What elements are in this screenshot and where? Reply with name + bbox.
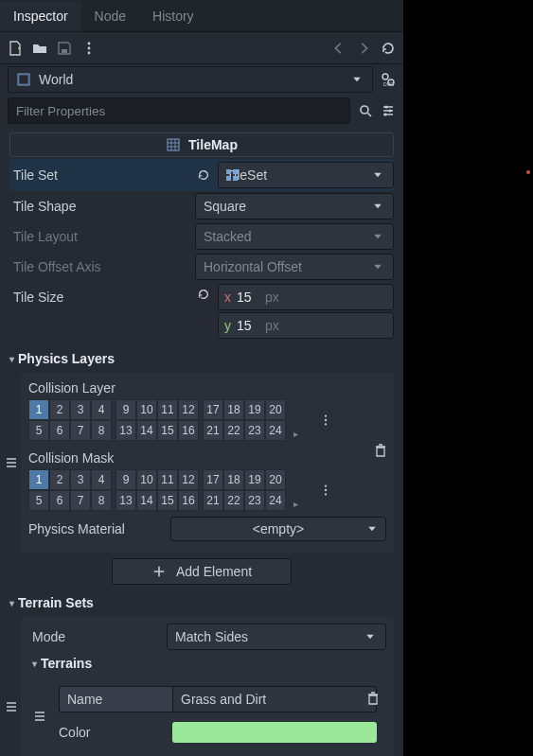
svg-rect-17 xyxy=(233,176,238,181)
layer-bit-19[interactable]: 19 xyxy=(244,469,265,490)
tileset-resource-field[interactable]: TileSet xyxy=(218,162,394,188)
delete-element-icon[interactable] xyxy=(365,691,381,706)
search-icon[interactable] xyxy=(358,103,373,118)
physics-material-field[interactable]: <empty> xyxy=(170,517,386,541)
layer-bit-17[interactable]: 17 xyxy=(203,469,223,490)
tile-size-y-input[interactable]: y 15 px xyxy=(218,312,394,339)
history-back-icon[interactable] xyxy=(331,41,346,56)
layer-bit-12[interactable]: 12 xyxy=(178,469,199,490)
terrain-name-input[interactable]: Grass and Dirt xyxy=(172,686,377,712)
layer-bit-3[interactable]: 3 xyxy=(70,469,91,490)
layer-bit-2[interactable]: 2 xyxy=(49,469,70,490)
svg-point-11 xyxy=(389,110,392,113)
filter-properties-input[interactable] xyxy=(8,97,350,124)
tab-inspector[interactable]: Inspector xyxy=(0,1,81,31)
kebab-menu-icon[interactable] xyxy=(317,413,334,427)
tilemap-icon xyxy=(166,137,181,152)
reset-icon[interactable] xyxy=(195,167,212,183)
layer-bit-24[interactable]: 24 xyxy=(265,420,286,441)
group-terrain-sets: ▾ Terrain Sets Mode Match Sides xyxy=(9,590,394,756)
layer-bit-10[interactable]: 10 xyxy=(136,469,157,490)
layer-bit-1[interactable]: 1 xyxy=(28,469,49,490)
layer-bit-23[interactable]: 23 xyxy=(244,420,265,441)
layer-bit-12[interactable]: 12 xyxy=(178,399,199,420)
tile-shape-select[interactable]: Square xyxy=(195,193,394,220)
layer-bit-1[interactable]: 1 xyxy=(28,399,49,420)
reset-icon[interactable] xyxy=(195,284,212,299)
layer-bit-24[interactable]: 24 xyxy=(265,490,286,511)
layer-bit-19[interactable]: 19 xyxy=(244,399,265,420)
layer-bit-13[interactable]: 13 xyxy=(115,490,136,511)
layer-bit-13[interactable]: 13 xyxy=(115,420,136,441)
chevron-down-icon xyxy=(364,521,380,536)
layer-bit-22[interactable]: 22 xyxy=(223,420,244,441)
terrain-color-swatch[interactable] xyxy=(172,722,377,743)
layer-bit-7[interactable]: 7 xyxy=(70,420,91,441)
layer-bit-15[interactable]: 15 xyxy=(157,420,178,441)
open-folder-icon[interactable] xyxy=(32,41,47,56)
collision-layer-label: Collision Layer xyxy=(28,380,386,396)
new-resource-icon[interactable] xyxy=(8,41,23,56)
tile-size-x-input[interactable]: x 15 px xyxy=(218,284,394,310)
chevron-down-icon xyxy=(370,199,385,214)
layer-bit-20[interactable]: 20 xyxy=(265,469,286,490)
object-select[interactable]: World xyxy=(8,66,373,93)
layer-bit-20[interactable]: 20 xyxy=(265,399,286,420)
svg-rect-13 xyxy=(168,139,179,150)
drag-handle-icon[interactable] xyxy=(4,455,19,470)
layer-bit-11[interactable]: 11 xyxy=(157,469,178,490)
layer-bit-21[interactable]: 21 xyxy=(203,420,223,441)
physics-material-value: <empty> xyxy=(253,521,304,536)
layer-bit-18[interactable]: 18 xyxy=(223,469,244,490)
layer-bit-3[interactable]: 3 xyxy=(70,399,91,420)
drag-handle-icon[interactable] xyxy=(32,709,47,724)
layer-bit-8[interactable]: 8 xyxy=(91,490,112,511)
layer-bit-6[interactable]: 6 xyxy=(49,490,70,511)
layer-bit-5[interactable]: 5 xyxy=(28,420,49,441)
layer-bit-16[interactable]: 16 xyxy=(178,420,199,441)
viewport-marker xyxy=(526,170,530,174)
layer-bit-5[interactable]: 5 xyxy=(28,490,49,511)
terrain-mode-select[interactable]: Match Sides xyxy=(167,624,386,650)
group-toggle-physics-layers[interactable]: ▾ Physics Layers xyxy=(9,346,394,371)
layer-bit-14[interactable]: 14 xyxy=(136,490,157,511)
expand-bits-icon[interactable]: ▸ xyxy=(293,499,298,511)
kebab-menu-icon[interactable] xyxy=(81,41,97,56)
layer-bit-16[interactable]: 16 xyxy=(178,490,199,511)
layer-bit-22[interactable]: 22 xyxy=(223,490,244,511)
group-toggle-terrains[interactable]: ▾ Terrains xyxy=(32,651,386,676)
class-section-tilemap[interactable]: TileMap xyxy=(9,132,394,157)
layer-bit-8[interactable]: 8 xyxy=(91,420,112,441)
layer-bit-21[interactable]: 21 xyxy=(203,490,223,511)
open-docs-icon[interactable]: DOC xyxy=(381,72,396,87)
history-forward-icon[interactable] xyxy=(356,41,371,56)
layer-bit-6[interactable]: 6 xyxy=(49,420,70,441)
save-icon[interactable] xyxy=(57,41,72,56)
layer-bit-23[interactable]: 23 xyxy=(244,490,265,511)
kebab-menu-icon[interactable] xyxy=(317,483,334,497)
layer-bit-4[interactable]: 4 xyxy=(91,469,112,490)
layer-bit-9[interactable]: 9 xyxy=(115,399,136,420)
group-toggle-terrain-sets[interactable]: ▾ Terrain Sets xyxy=(9,590,394,615)
layer-bit-2[interactable]: 2 xyxy=(49,399,70,420)
reload-history-icon[interactable] xyxy=(381,41,396,56)
group-physics-layers: ▾ Physics Layers Collision Layer 1234910… xyxy=(9,346,394,585)
add-physics-layer-button[interactable]: Add Element xyxy=(112,558,292,585)
layer-bit-9[interactable]: 9 xyxy=(115,469,136,490)
layer-bit-14[interactable]: 14 xyxy=(136,420,157,441)
tab-history[interactable]: History xyxy=(139,1,207,31)
layer-bit-18[interactable]: 18 xyxy=(223,399,244,420)
filter-settings-icon[interactable] xyxy=(381,103,396,118)
layer-bit-4[interactable]: 4 xyxy=(91,399,112,420)
delete-element-icon[interactable] xyxy=(373,443,388,458)
drag-handle-icon[interactable] xyxy=(4,699,19,714)
layer-bit-15[interactable]: 15 xyxy=(157,490,178,511)
layer-bit-17[interactable]: 17 xyxy=(203,399,223,420)
tab-node[interactable]: Node xyxy=(81,1,139,31)
expand-bits-icon[interactable]: ▸ xyxy=(293,429,298,441)
layer-bit-10[interactable]: 10 xyxy=(136,399,157,420)
viewport-area[interactable] xyxy=(403,0,533,756)
layer-bit-11[interactable]: 11 xyxy=(157,399,178,420)
layer-bit-7[interactable]: 7 xyxy=(70,490,91,511)
class-section-label: TileMap xyxy=(188,137,238,152)
